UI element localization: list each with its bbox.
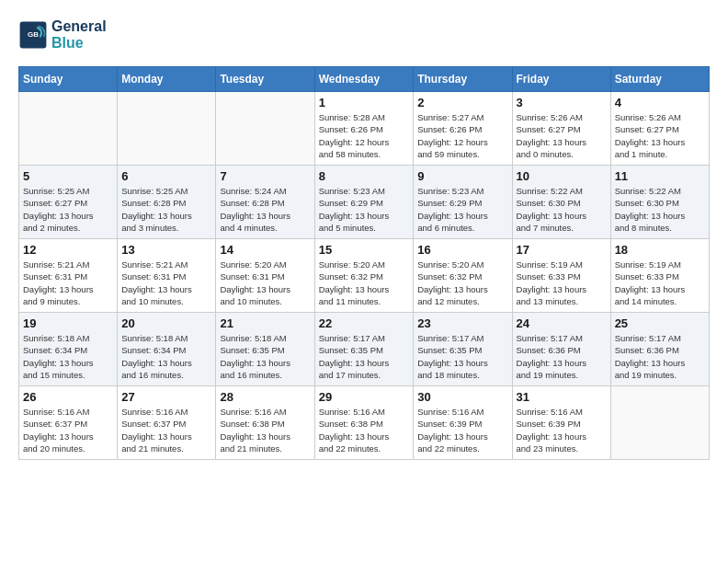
day-number: 22 bbox=[319, 316, 410, 330]
calendar-cell: 20Sunrise: 5:18 AM Sunset: 6:34 PM Dayli… bbox=[118, 313, 216, 386]
day-info: Sunrise: 5:16 AM Sunset: 6:39 PM Dayligh… bbox=[417, 406, 507, 454]
day-number: 14 bbox=[220, 243, 310, 257]
calendar-cell: 21Sunrise: 5:18 AM Sunset: 6:35 PM Dayli… bbox=[216, 313, 314, 386]
logo-text-line2: Blue bbox=[51, 35, 107, 52]
day-info: Sunrise: 5:17 AM Sunset: 6:35 PM Dayligh… bbox=[319, 332, 410, 381]
calendar-cell: 5Sunrise: 5:25 AM Sunset: 6:27 PM Daylig… bbox=[19, 166, 118, 239]
day-number: 6 bbox=[121, 169, 211, 183]
day-number: 17 bbox=[517, 243, 607, 257]
weekday-header-wednesday: Wednesday bbox=[314, 67, 414, 92]
day-number: 4 bbox=[615, 96, 705, 109]
day-number: 25 bbox=[615, 316, 705, 330]
day-info: Sunrise: 5:17 AM Sunset: 6:36 PM Dayligh… bbox=[615, 332, 705, 381]
day-info: Sunrise: 5:25 AM Sunset: 6:27 PM Dayligh… bbox=[23, 185, 113, 234]
day-number: 3 bbox=[517, 96, 607, 109]
calendar-cell: 10Sunrise: 5:22 AM Sunset: 6:30 PM Dayli… bbox=[512, 166, 610, 239]
weekday-header-monday: Monday bbox=[118, 67, 216, 92]
day-info: Sunrise: 5:16 AM Sunset: 6:37 PM Dayligh… bbox=[121, 406, 211, 454]
logo-icon: GB bbox=[18, 20, 48, 50]
calendar-cell: 24Sunrise: 5:17 AM Sunset: 6:36 PM Dayli… bbox=[512, 313, 610, 386]
calendar-cell: 14Sunrise: 5:20 AM Sunset: 6:31 PM Dayli… bbox=[216, 239, 314, 313]
calendar-cell: 1Sunrise: 5:28 AM Sunset: 6:26 PM Daylig… bbox=[314, 92, 414, 166]
calendar-cell: 23Sunrise: 5:17 AM Sunset: 6:35 PM Dayli… bbox=[414, 313, 512, 386]
day-info: Sunrise: 5:21 AM Sunset: 6:31 PM Dayligh… bbox=[121, 259, 211, 307]
calendar-cell bbox=[118, 92, 216, 166]
calendar-cell: 3Sunrise: 5:26 AM Sunset: 6:27 PM Daylig… bbox=[512, 92, 610, 166]
svg-text:GB: GB bbox=[28, 30, 39, 39]
day-info: Sunrise: 5:16 AM Sunset: 6:37 PM Dayligh… bbox=[23, 406, 113, 454]
day-info: Sunrise: 5:22 AM Sunset: 6:30 PM Dayligh… bbox=[517, 185, 607, 234]
calendar-cell: 16Sunrise: 5:20 AM Sunset: 6:32 PM Dayli… bbox=[414, 239, 512, 313]
day-number: 2 bbox=[417, 96, 507, 109]
day-info: Sunrise: 5:24 AM Sunset: 6:28 PM Dayligh… bbox=[220, 185, 310, 234]
day-number: 21 bbox=[220, 316, 310, 330]
calendar-cell: 7Sunrise: 5:24 AM Sunset: 6:28 PM Daylig… bbox=[216, 166, 314, 239]
day-number: 8 bbox=[319, 169, 410, 183]
day-info: Sunrise: 5:16 AM Sunset: 6:38 PM Dayligh… bbox=[220, 406, 310, 454]
calendar-cell: 15Sunrise: 5:20 AM Sunset: 6:32 PM Dayli… bbox=[314, 239, 414, 313]
day-info: Sunrise: 5:25 AM Sunset: 6:28 PM Dayligh… bbox=[121, 185, 211, 234]
calendar-cell: 27Sunrise: 5:16 AM Sunset: 6:37 PM Dayli… bbox=[118, 386, 216, 460]
day-info: Sunrise: 5:17 AM Sunset: 6:36 PM Dayligh… bbox=[517, 332, 607, 381]
day-info: Sunrise: 5:19 AM Sunset: 6:33 PM Dayligh… bbox=[517, 259, 607, 307]
calendar-cell: 30Sunrise: 5:16 AM Sunset: 6:39 PM Dayli… bbox=[414, 386, 512, 460]
day-info: Sunrise: 5:16 AM Sunset: 6:39 PM Dayligh… bbox=[517, 406, 607, 454]
day-info: Sunrise: 5:19 AM Sunset: 6:33 PM Dayligh… bbox=[615, 259, 705, 307]
day-number: 26 bbox=[23, 390, 113, 404]
calendar-cell: 25Sunrise: 5:17 AM Sunset: 6:36 PM Dayli… bbox=[610, 313, 709, 386]
day-number: 15 bbox=[319, 243, 410, 257]
day-number: 16 bbox=[417, 243, 507, 257]
day-info: Sunrise: 5:18 AM Sunset: 6:34 PM Dayligh… bbox=[121, 332, 211, 381]
day-info: Sunrise: 5:26 AM Sunset: 6:27 PM Dayligh… bbox=[615, 111, 705, 160]
day-number: 1 bbox=[319, 96, 410, 109]
day-info: Sunrise: 5:21 AM Sunset: 6:31 PM Dayligh… bbox=[23, 259, 113, 307]
day-info: Sunrise: 5:20 AM Sunset: 6:32 PM Dayligh… bbox=[417, 259, 507, 307]
calendar-cell: 29Sunrise: 5:16 AM Sunset: 6:38 PM Dayli… bbox=[314, 386, 414, 460]
calendar-cell: 8Sunrise: 5:23 AM Sunset: 6:29 PM Daylig… bbox=[314, 166, 414, 239]
day-number: 10 bbox=[517, 169, 607, 183]
day-info: Sunrise: 5:28 AM Sunset: 6:26 PM Dayligh… bbox=[319, 111, 410, 160]
day-number: 9 bbox=[417, 169, 507, 183]
day-number: 30 bbox=[417, 390, 507, 404]
day-info: Sunrise: 5:22 AM Sunset: 6:30 PM Dayligh… bbox=[615, 185, 705, 234]
calendar-cell: 31Sunrise: 5:16 AM Sunset: 6:39 PM Dayli… bbox=[512, 386, 610, 460]
day-number: 11 bbox=[615, 169, 705, 183]
weekday-header-saturday: Saturday bbox=[610, 67, 709, 92]
calendar-cell: 28Sunrise: 5:16 AM Sunset: 6:38 PM Dayli… bbox=[216, 386, 314, 460]
day-info: Sunrise: 5:17 AM Sunset: 6:35 PM Dayligh… bbox=[417, 332, 507, 381]
calendar-cell: 18Sunrise: 5:19 AM Sunset: 6:33 PM Dayli… bbox=[610, 239, 709, 313]
logo: GB General Blue bbox=[18, 18, 107, 52]
day-info: Sunrise: 5:27 AM Sunset: 6:26 PM Dayligh… bbox=[417, 111, 507, 160]
day-number: 12 bbox=[23, 243, 113, 257]
calendar-cell: 6Sunrise: 5:25 AM Sunset: 6:28 PM Daylig… bbox=[118, 166, 216, 239]
weekday-header-friday: Friday bbox=[512, 67, 610, 92]
calendar-cell: 11Sunrise: 5:22 AM Sunset: 6:30 PM Dayli… bbox=[610, 166, 709, 239]
day-info: Sunrise: 5:18 AM Sunset: 6:34 PM Dayligh… bbox=[23, 332, 113, 381]
day-info: Sunrise: 5:20 AM Sunset: 6:31 PM Dayligh… bbox=[220, 259, 310, 307]
calendar-cell: 12Sunrise: 5:21 AM Sunset: 6:31 PM Dayli… bbox=[19, 239, 118, 313]
day-info: Sunrise: 5:16 AM Sunset: 6:38 PM Dayligh… bbox=[319, 406, 410, 454]
calendar-cell bbox=[19, 92, 118, 166]
day-number: 27 bbox=[121, 390, 211, 404]
day-number: 18 bbox=[615, 243, 705, 257]
calendar-cell bbox=[610, 386, 709, 460]
day-number: 24 bbox=[517, 316, 607, 330]
day-number: 5 bbox=[23, 169, 113, 183]
weekday-header-sunday: Sunday bbox=[19, 67, 118, 92]
calendar-cell: 4Sunrise: 5:26 AM Sunset: 6:27 PM Daylig… bbox=[610, 92, 709, 166]
day-number: 13 bbox=[121, 243, 211, 257]
day-info: Sunrise: 5:23 AM Sunset: 6:29 PM Dayligh… bbox=[319, 185, 410, 234]
day-number: 19 bbox=[23, 316, 113, 330]
day-number: 31 bbox=[517, 390, 607, 404]
page-header: GB General Blue bbox=[18, 18, 710, 52]
day-number: 29 bbox=[319, 390, 410, 404]
day-info: Sunrise: 5:26 AM Sunset: 6:27 PM Dayligh… bbox=[517, 111, 607, 160]
day-number: 28 bbox=[220, 390, 310, 404]
calendar-table: SundayMondayTuesdayWednesdayThursdayFrid… bbox=[18, 66, 710, 460]
calendar-cell: 22Sunrise: 5:17 AM Sunset: 6:35 PM Dayli… bbox=[314, 313, 414, 386]
day-number: 23 bbox=[417, 316, 507, 330]
weekday-header-tuesday: Tuesday bbox=[216, 67, 314, 92]
calendar-cell: 2Sunrise: 5:27 AM Sunset: 6:26 PM Daylig… bbox=[414, 92, 512, 166]
day-number: 20 bbox=[121, 316, 211, 330]
calendar-cell: 19Sunrise: 5:18 AM Sunset: 6:34 PM Dayli… bbox=[19, 313, 118, 386]
